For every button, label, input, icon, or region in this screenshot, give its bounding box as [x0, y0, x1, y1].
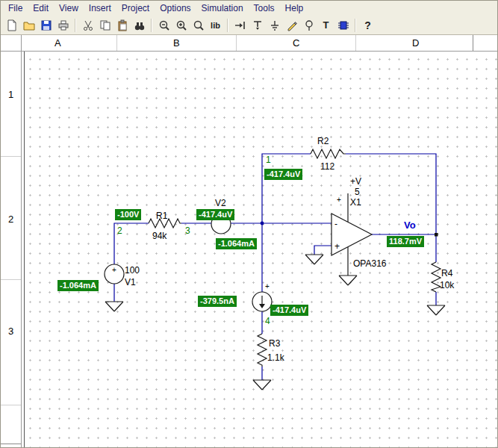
row-label-1: 1 [8, 89, 13, 100]
resistor-r4[interactable]: R4 10k [427, 262, 455, 315]
output-net-label: Vo [404, 220, 416, 231]
meter-probe-voltage[interactable]: -417.4uV [270, 305, 308, 316]
zoom-out-icon [158, 19, 170, 31]
zoom-out-button[interactable] [155, 17, 172, 34]
svg-text:94k: 94k [152, 231, 167, 241]
row-label-2: 2 [8, 214, 13, 225]
wire-tool-icon [234, 19, 246, 31]
svg-text:1.1k: 1.1k [267, 352, 285, 363]
open-button[interactable] [20, 17, 37, 34]
zoom-button[interactable] [190, 17, 207, 34]
node-4: 4 [265, 316, 270, 326]
jumper-tool-button[interactable] [249, 17, 266, 34]
voltage-pin-tool-button[interactable] [300, 17, 317, 34]
meter-input-voltage[interactable]: -100V [115, 209, 141, 220]
ground-opamp-input [305, 255, 323, 264]
cut-button[interactable] [79, 17, 96, 34]
meter-output-voltage[interactable]: 118.7mV [387, 236, 424, 247]
menu-simulation[interactable]: Simulation [196, 1, 249, 15]
meter-node1-voltage[interactable]: -417.4uV [264, 169, 302, 180]
menu-bar: File Edit View Insert Project Options Si… [1, 1, 497, 16]
meter-v2-voltage[interactable]: -417.4uV [196, 209, 234, 220]
svg-text:112: 112 [320, 161, 334, 172]
library-button[interactable]: lib [207, 17, 224, 34]
cut-icon [82, 19, 94, 31]
zoom-in-button[interactable] [172, 17, 190, 34]
ground-opamp-supply [339, 276, 357, 285]
svg-text:X1: X1 [350, 197, 361, 208]
pen-tool-button[interactable] [283, 17, 300, 34]
menu-tools[interactable]: Tools [249, 1, 280, 15]
output-node-dot [435, 233, 438, 237]
menu-help[interactable]: Help [280, 1, 309, 15]
column-label-d: D [412, 37, 419, 49]
menu-insert[interactable]: Insert [84, 1, 116, 15]
resistor-r2[interactable]: R2 112 [311, 136, 346, 172]
meter-v1-current[interactable]: -1.064mA [57, 280, 99, 291]
menu-options[interactable]: Options [155, 1, 196, 15]
main-toolbar: lib T ? [1, 16, 497, 35]
text-tool-button[interactable]: T [317, 17, 334, 34]
row-label-3: 3 [8, 326, 13, 337]
toolbar-separator [355, 19, 356, 32]
ground-r3 [253, 380, 271, 390]
save-icon [40, 19, 52, 31]
ruler-tick [236, 35, 237, 51]
row-ruler: 1 2 3 [1, 52, 22, 448]
find-button[interactable] [131, 17, 148, 34]
schematic-canvas[interactable]: + 100 V1 R1 94k + V2 [22, 52, 497, 448]
text-tool-label: T [323, 19, 329, 31]
svg-text:R1: R1 [156, 211, 168, 221]
svg-text:R3: R3 [269, 338, 281, 349]
copy-icon [99, 19, 111, 31]
resistor-r1[interactable]: R1 94k [149, 211, 181, 241]
meter-series-current[interactable]: -1.064mA [216, 238, 257, 249]
ruler-tick [1, 405, 21, 405]
opamp-x1[interactable]: - + + +V 5 X1 OPA316 [305, 176, 387, 285]
ruler-corner [1, 35, 22, 52]
new-button[interactable] [3, 17, 20, 34]
ground-tool-button[interactable] [266, 17, 283, 34]
svg-text:R4: R4 [441, 268, 453, 279]
ruler-tick [473, 35, 473, 51]
ruler-tick [1, 156, 21, 157]
menu-view[interactable]: View [54, 1, 84, 15]
svg-text:10k: 10k [440, 280, 455, 290]
save-button[interactable] [37, 17, 55, 34]
menu-file[interactable]: File [3, 1, 28, 15]
svg-text:+: + [337, 196, 341, 204]
help-label: ? [364, 19, 371, 31]
resistor-r3[interactable]: R3 1.1k [253, 334, 285, 390]
voltage-pin-icon [303, 19, 315, 31]
help-button[interactable]: ? [359, 17, 376, 34]
menu-project[interactable]: Project [116, 1, 155, 15]
print-button[interactable] [55, 17, 72, 34]
column-label-c: C [293, 37, 299, 49]
source-v1[interactable]: + 100 V1 [105, 264, 140, 311]
toolbar-separator [151, 19, 152, 32]
svg-text:V2: V2 [215, 198, 226, 208]
ic-macro-icon [337, 19, 349, 31]
node-2: 2 [117, 225, 122, 236]
svg-text:V1: V1 [125, 277, 136, 287]
svg-text:+: + [265, 282, 270, 290]
column-ruler: A B C D [22, 35, 497, 52]
new-document-icon [6, 19, 18, 31]
ruler-tick [1, 444, 21, 444]
svg-text:OPA316: OPA316 [353, 258, 387, 269]
junction-dot [261, 222, 264, 225]
meter-probe-current[interactable]: -379.5nA [198, 296, 237, 307]
svg-text:100: 100 [125, 265, 140, 276]
svg-text:+V: +V [350, 176, 361, 187]
copy-button[interactable] [96, 17, 113, 34]
ground-tool-icon [269, 19, 281, 31]
ruler-tick [116, 35, 117, 51]
wire-tool-button[interactable] [231, 17, 249, 34]
schematic-drawing: + 100 V1 R1 94k + V2 [22, 52, 498, 448]
jumper-tool-icon [252, 19, 264, 31]
binoculars-icon [134, 19, 146, 31]
macro-tool-button[interactable] [334, 17, 352, 34]
svg-text:R2: R2 [317, 136, 329, 146]
menu-edit[interactable]: Edit [28, 1, 54, 15]
paste-button[interactable] [113, 17, 131, 34]
